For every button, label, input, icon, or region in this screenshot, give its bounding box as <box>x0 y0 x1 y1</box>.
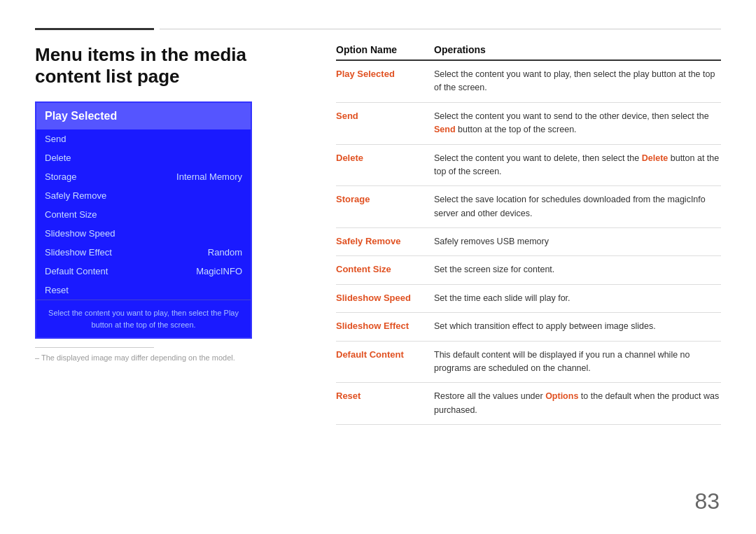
menu-item-play-selected: Play Selected <box>36 103 251 129</box>
menu-tooltip: Select the content you want to play, the… <box>36 300 251 337</box>
top-rule <box>35 28 721 30</box>
menu-mockup: Play Selected Send Delete Storage Intern… <box>35 101 252 339</box>
table-row: Slideshow Effect Set which transition ef… <box>336 313 721 341</box>
top-rule-thick <box>35 28 154 30</box>
highlight-send: Send <box>434 125 456 134</box>
desc-content-size: Set the screen size for content. <box>434 263 721 276</box>
desc-storage: Select the save location for schedules d… <box>434 193 721 220</box>
option-play-selected: Play Selected <box>336 68 434 79</box>
option-slideshow-speed: Slideshow Speed <box>336 292 434 303</box>
menu-item-slideshow-speed: Slideshow Speed <box>36 224 251 243</box>
menu-item-reset: Reset <box>36 281 251 300</box>
menu-item-slideshow-effect: Slideshow Effect Random <box>36 243 251 262</box>
desc-default-content: This default content will be displayed i… <box>434 349 721 376</box>
menu-item-safely-remove: Safely Remove <box>36 186 251 205</box>
table-header: Option Name Operations <box>336 44 721 61</box>
option-content-size: Content Size <box>336 263 434 274</box>
option-safely-remove: Safely Remove <box>336 235 434 246</box>
desc-reset: Restore all the values under Options to … <box>434 390 721 417</box>
table-row: Play Selected Select the content you wan… <box>336 61 721 103</box>
option-storage: Storage <box>336 193 434 204</box>
option-delete: Delete <box>336 152 434 163</box>
menu-item-label: Content Size <box>45 209 97 220</box>
option-send: Send <box>336 110 434 121</box>
menu-item-send: Send <box>36 129 251 148</box>
col-operations: Operations <box>434 44 721 55</box>
footnote-rule <box>35 347 154 348</box>
highlight-options: Options <box>545 391 578 401</box>
right-column: Option Name Operations Play Selected Sel… <box>336 44 721 513</box>
footnote-text: – The displayed image may differ dependi… <box>35 353 308 362</box>
table-row: Storage Select the save location for sch… <box>336 186 721 228</box>
desc-slideshow-speed: Set the time each slide will play for. <box>434 292 721 305</box>
table-row: Safely Remove Safely removes USB memory <box>336 228 721 256</box>
left-column: Menu items in the media content list pag… <box>35 44 308 513</box>
col-option-name: Option Name <box>336 44 434 55</box>
menu-item-value: MagicINFO <box>196 266 242 276</box>
menu-item-value: Internal Memory <box>176 171 242 182</box>
option-slideshow-effect: Slideshow Effect <box>336 320 434 331</box>
table-row: Delete Select the content you want to de… <box>336 145 721 187</box>
option-default-content: Default Content <box>336 349 434 360</box>
menu-item-label: Slideshow Speed <box>45 228 115 239</box>
menu-item-value: Random <box>208 247 242 258</box>
content-area: Menu items in the media content list pag… <box>35 44 721 513</box>
table-row: Send Select the content you want to send… <box>336 103 721 145</box>
table-row: Slideshow Speed Set the time each slide … <box>336 285 721 313</box>
footnote-area: – The displayed image may differ dependi… <box>35 347 308 362</box>
page-title: Menu items in the media content list pag… <box>35 44 308 87</box>
option-reset: Reset <box>336 390 434 401</box>
highlight-delete: Delete <box>642 153 668 163</box>
menu-item-storage: Storage Internal Memory <box>36 167 251 186</box>
desc-safely-remove: Safely removes USB memory <box>434 235 721 248</box>
menu-item-label: Slideshow Effect <box>45 247 112 258</box>
menu-item-default-content: Default Content MagicINFO <box>36 262 251 281</box>
menu-item-label: Reset <box>45 285 69 295</box>
menu-item-label: Storage <box>45 171 77 182</box>
desc-send: Select the content you want to send to t… <box>434 110 721 137</box>
desc-play-selected: Select the content you want to play, the… <box>434 68 721 95</box>
desc-slideshow-effect: Set which transition effect to apply bet… <box>434 320 721 333</box>
menu-item-label: Safely Remove <box>45 190 106 201</box>
menu-item-delete: Delete <box>36 148 251 167</box>
table-row: Content Size Set the screen size for con… <box>336 256 721 284</box>
desc-delete: Select the content you want to delete, t… <box>434 152 721 179</box>
table-row: Default Content This default content wil… <box>336 342 721 384</box>
page-number: 83 <box>694 489 720 514</box>
menu-item-label: Delete <box>45 153 71 163</box>
menu-item-label: Default Content <box>45 266 108 276</box>
menu-item-content-size: Content Size <box>36 205 251 224</box>
menu-item-label: Send <box>45 134 66 144</box>
top-rule-thin <box>160 29 721 29</box>
table-row: Reset Restore all the values under Optio… <box>336 383 721 425</box>
